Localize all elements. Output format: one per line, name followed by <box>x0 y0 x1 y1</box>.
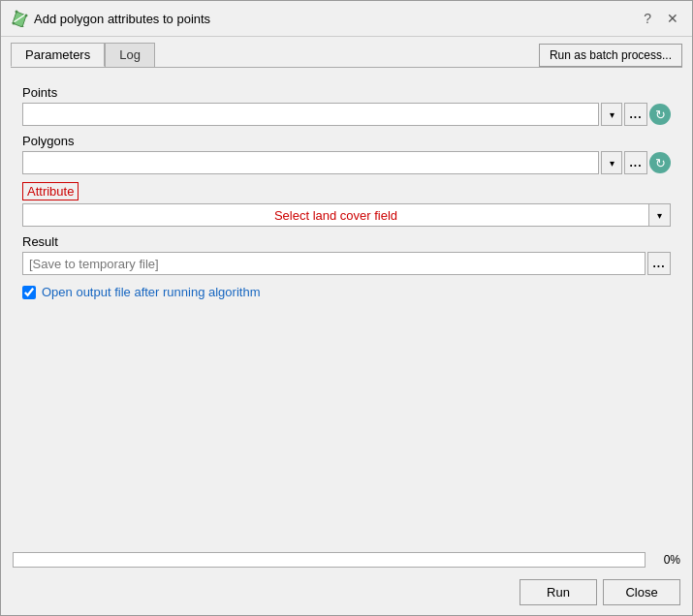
result-input-row: ... <box>22 252 671 275</box>
tabs: Parameters Log <box>11 43 155 67</box>
tab-log[interactable]: Log <box>105 43 155 67</box>
result-input[interactable] <box>22 252 646 275</box>
bottom-bar: Run Close <box>1 573 692 615</box>
polygons-refresh-btn[interactable]: ↻ <box>649 152 671 173</box>
attribute-dropdown-btn[interactable]: ▾ <box>649 203 671 227</box>
polygons-input[interactable] <box>22 151 599 174</box>
chevron-down-icon: ▾ <box>657 210 662 221</box>
progress-bar <box>13 552 646 568</box>
progress-bar-area: 0% <box>1 546 692 573</box>
polygons-input-row: ▾ ... ↻ <box>22 151 671 174</box>
open-output-label: Open output file after running algorithm <box>42 285 260 299</box>
points-label: Points <box>22 85 671 100</box>
attribute-label-wrapper: Attribute <box>22 174 671 203</box>
result-browse-btn[interactable]: ... <box>647 252 671 275</box>
app-icon <box>11 10 28 27</box>
refresh-icon: ↻ <box>655 108 666 122</box>
polygons-browse-btn[interactable]: ... <box>624 151 647 174</box>
svg-point-4 <box>25 15 28 17</box>
chevron-down-icon: ▾ <box>610 158 614 169</box>
attribute-label: Attribute <box>22 182 79 200</box>
dots-icon: ... <box>629 156 642 169</box>
dots-icon: ... <box>629 108 642 121</box>
tab-parameters[interactable]: Parameters <box>11 43 105 67</box>
points-input-row: ▾ ... ↻ <box>22 103 671 126</box>
result-label: Result <box>22 234 671 249</box>
attribute-input-row: ▾ <box>22 203 671 227</box>
polygons-label: Polygons <box>22 134 671 148</box>
points-refresh-btn[interactable]: ↻ <box>649 104 671 125</box>
close-dialog-button[interactable]: Close <box>603 579 680 605</box>
toolbar: Parameters Log Run as batch process... <box>1 37 692 67</box>
svg-point-2 <box>13 22 16 25</box>
points-browse-btn[interactable]: ... <box>624 103 647 126</box>
title-bar: Add polygon attributes to points ? ✕ <box>1 1 692 37</box>
dots-icon: ... <box>652 257 665 270</box>
help-button[interactable]: ? <box>640 9 655 28</box>
chevron-down-icon: ▾ <box>610 109 614 120</box>
points-input[interactable] <box>22 103 599 126</box>
svg-marker-0 <box>13 12 26 27</box>
content-area: Points ▾ ... ↻ Polygons ▾ ... ↻ <box>11 67 682 546</box>
refresh-icon: ↻ <box>655 156 666 170</box>
run-batch-button[interactable]: Run as batch process... <box>539 44 682 67</box>
svg-point-3 <box>16 11 18 14</box>
open-output-row: Open output file after running algorithm <box>22 285 671 299</box>
title-bar-left: Add polygon attributes to points <box>11 10 210 27</box>
close-button[interactable]: ✕ <box>663 9 682 28</box>
attribute-dropdown[interactable] <box>22 203 649 227</box>
progress-percent: 0% <box>653 553 680 567</box>
open-output-checkbox[interactable] <box>22 286 36 299</box>
polygons-dropdown-btn[interactable]: ▾ <box>601 151 622 174</box>
run-button[interactable]: Run <box>520 579 597 605</box>
dialog: Add polygon attributes to points ? ✕ Par… <box>0 0 693 616</box>
title-bar-right: ? ✕ <box>640 9 682 28</box>
dialog-title: Add polygon attributes to points <box>34 12 210 26</box>
points-dropdown-btn[interactable]: ▾ <box>601 103 622 126</box>
